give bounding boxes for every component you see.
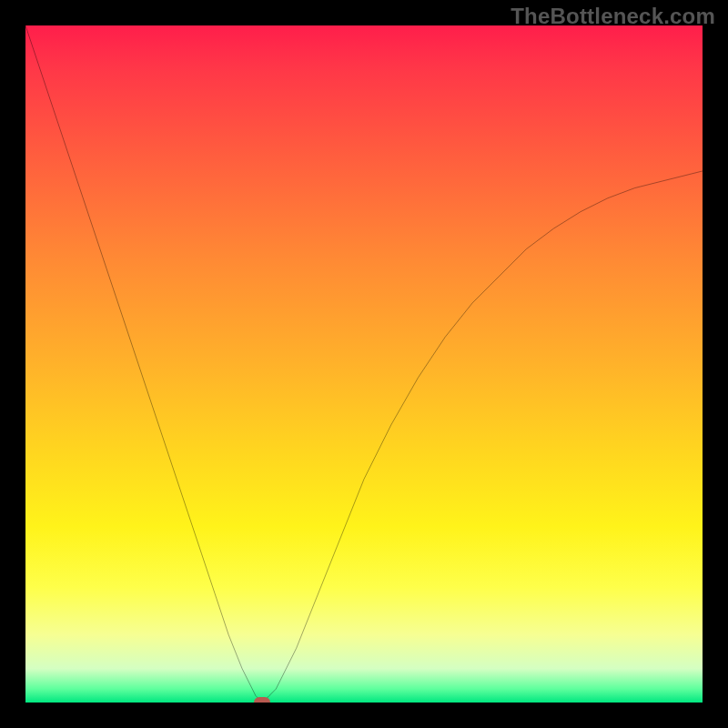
curve-svg <box>25 25 703 703</box>
watermark-text: TheBottleneck.com <box>511 4 715 29</box>
chart-frame: TheBottleneck.com <box>0 0 728 728</box>
bottleneck-curve <box>25 25 703 703</box>
plot-area <box>25 25 703 703</box>
optimum-marker <box>254 697 270 703</box>
